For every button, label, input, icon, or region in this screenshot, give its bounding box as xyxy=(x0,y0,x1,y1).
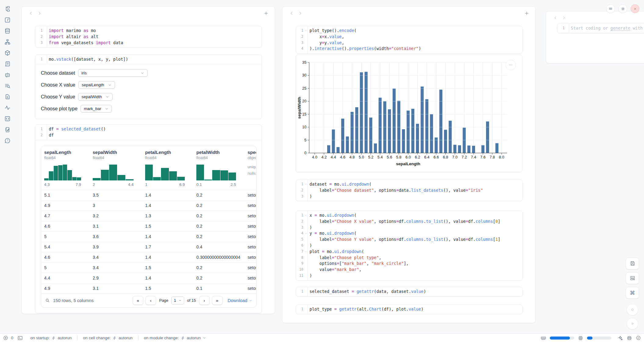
bar[interactable] xyxy=(393,89,396,153)
column-header-petalWidth[interactable]: petalWidthfloat640.12.5 xyxy=(193,146,245,190)
code-line[interactable]: 1mo.vstack([dataset, x, y, plot]) xyxy=(35,56,262,62)
bar[interactable] xyxy=(337,147,340,153)
bar[interactable] xyxy=(360,72,363,153)
altair-bar-chart[interactable]: 4.04.24.44.64.85.05.25.45.65.86.06.26.46… xyxy=(296,55,522,172)
prev-page-button[interactable]: ‹ xyxy=(145,296,156,305)
bar[interactable] xyxy=(420,87,424,153)
scratchpad-icon[interactable] xyxy=(3,126,11,134)
bar[interactable] xyxy=(369,118,372,153)
table-row[interactable]: 4.73.21.30.2setosa xyxy=(41,211,256,221)
chart-options-button[interactable] xyxy=(506,60,516,70)
code-line[interactable]: 8 label="Choose plot type", xyxy=(296,255,522,261)
errors-indicator-icon[interactable] xyxy=(3,335,8,340)
code-line[interactable]: 2 label="Choose dataset", options=data.l… xyxy=(296,187,522,194)
column-header-sepalWidth[interactable]: sepalWidthfloat6424.4 xyxy=(90,146,142,190)
bar[interactable] xyxy=(388,109,391,153)
code-line[interactable]: 2import altair as alt xyxy=(35,34,262,40)
next-page-button[interactable]: › xyxy=(199,296,210,305)
gear-icon[interactable] xyxy=(618,4,627,13)
code-line[interactable]: 1plot_type().encode( xyxy=(296,28,522,34)
code-line[interactable]: 1selected_dataset = getattr(data, datase… xyxy=(296,289,522,295)
last-page-button[interactable]: » xyxy=(212,296,223,305)
code-line[interactable]: 3 y=y.value, xyxy=(296,40,522,46)
code-line[interactable]: 1dataset = mo.ui.dropdown( xyxy=(296,181,522,187)
code-line[interactable]: 2 x=x.value, xyxy=(296,34,522,40)
functions-icon[interactable]: f xyxy=(3,16,11,24)
database-icon[interactable] xyxy=(3,27,11,35)
code-cell-vstack[interactable]: 1mo.vstack([dataset, x, y, plot]) Choose… xyxy=(35,55,262,119)
column-nav-right-icon[interactable] xyxy=(296,9,304,17)
menu-icon[interactable] xyxy=(606,4,615,13)
table-row[interactable]: 4.63.11.50.2setosa xyxy=(41,221,256,231)
column-header-species[interactable]: speciesobjectuniquenulls: xyxy=(245,146,256,190)
layout-button[interactable] xyxy=(626,272,639,284)
bar[interactable] xyxy=(444,130,447,153)
column-nav-right-icon[interactable] xyxy=(35,9,44,17)
code-line[interactable]: 1x = mo.ui.dropdown( xyxy=(296,212,522,219)
bar[interactable] xyxy=(496,143,499,153)
code-cell-dataset-dropdown[interactable]: 1dataset = mo.ui.dropdown(2 label="Choos… xyxy=(296,180,523,201)
column-histogram[interactable] xyxy=(145,164,185,180)
code-line[interactable]: 1df = selected_dataset() xyxy=(35,126,262,132)
fold-toggle-icon[interactable] xyxy=(304,183,307,186)
bar[interactable] xyxy=(341,119,344,153)
code-line[interactable]: 2 label="Choose X value", options=df.col… xyxy=(296,219,522,225)
bar[interactable] xyxy=(346,137,349,153)
scroll-icon[interactable] xyxy=(3,60,11,68)
generate-link[interactable]: generate xyxy=(610,26,630,30)
code-line[interactable]: 2df xyxy=(35,132,262,138)
choose-dataset-select[interactable]: iris xyxy=(78,69,148,77)
code-line[interactable]: 10 value="mark_bar", xyxy=(296,267,522,273)
code-line[interactable]: 1plot_type = getattr(alt.Chart(df), plot… xyxy=(296,306,522,312)
chat-icon[interactable] xyxy=(3,71,11,79)
code-cell-dataframe[interactable]: 1df = selected_dataset()2df sepalLengthf… xyxy=(35,124,262,313)
bar[interactable] xyxy=(463,128,466,153)
fold-toggle-icon[interactable] xyxy=(304,29,307,32)
column-nav-right-icon[interactable] xyxy=(560,13,568,22)
code-line[interactable]: 9 options=["mark_bar", "mark_circle"], xyxy=(296,261,522,267)
bar[interactable] xyxy=(379,98,382,153)
bar[interactable] xyxy=(365,72,368,153)
bar[interactable] xyxy=(332,130,335,153)
command-palette-button[interactable]: ⌘ xyxy=(626,287,639,299)
empty-code-cell[interactable]: 1 Start coding or generate with xyxy=(557,23,644,33)
packages-icon[interactable] xyxy=(3,49,11,57)
code-line[interactable]: 1 Start coding or generate with xyxy=(557,25,644,31)
bar[interactable] xyxy=(407,111,410,153)
table-row[interactable]: 4.931.40.2setosa xyxy=(41,200,256,211)
on-cell-change-setting[interactable]: on cell change: autorun xyxy=(83,336,133,340)
code-line[interactable]: 4y = mo.ui.dropdown( xyxy=(296,230,522,237)
file-tree-icon[interactable] xyxy=(3,5,11,13)
fold-toggle-icon[interactable] xyxy=(304,232,307,235)
download-button[interactable]: Download xyxy=(228,298,253,303)
dependency-graph-icon[interactable] xyxy=(3,38,11,46)
table-row[interactable]: 53.61.40.2setosa xyxy=(41,231,256,242)
bar[interactable] xyxy=(467,145,470,153)
bar[interactable] xyxy=(458,145,461,153)
code-cell-xy-plot-dropdowns[interactable]: 1x = mo.ui.dropdown(2 label="Choose X va… xyxy=(296,211,523,281)
bar[interactable] xyxy=(327,145,330,153)
document-icon[interactable] xyxy=(3,93,11,101)
code-line[interactable]: 3from vega_datasets import data xyxy=(35,40,262,46)
first-page-button[interactable]: « xyxy=(133,296,143,305)
table-row[interactable]: 4.42.91.40.2setosa xyxy=(41,273,256,283)
add-cell-button[interactable] xyxy=(262,9,270,17)
choose-y-value-select[interactable]: sepalWidth xyxy=(78,93,113,101)
bar[interactable] xyxy=(351,112,354,153)
column-histogram[interactable] xyxy=(196,164,236,180)
help-icon[interactable]: ? xyxy=(3,137,11,144)
fold-toggle-icon[interactable] xyxy=(304,250,307,253)
column-nav-left-icon[interactable] xyxy=(27,9,35,17)
code-line[interactable]: 11) xyxy=(296,273,522,279)
bar[interactable] xyxy=(435,137,438,153)
copilot-icon[interactable] xyxy=(627,335,632,341)
bar[interactable] xyxy=(449,121,452,153)
column-header-petalLength[interactable]: petalLengthfloat6416.9 xyxy=(142,146,193,190)
code-line[interactable]: 3) xyxy=(296,225,522,231)
connection-status-icon[interactable] xyxy=(636,335,641,340)
code-line[interactable]: 4).interactive().properties(width="conta… xyxy=(296,46,522,52)
column-histogram[interactable] xyxy=(44,164,81,180)
column-nav-left-icon[interactable] xyxy=(551,13,560,22)
terminal-icon[interactable] xyxy=(17,335,23,341)
bar[interactable] xyxy=(397,101,400,153)
